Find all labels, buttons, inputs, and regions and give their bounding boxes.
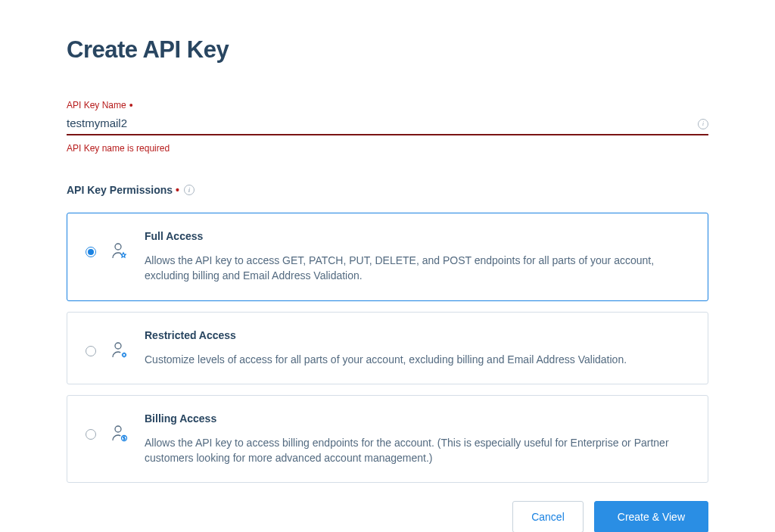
page-title: Create API Key xyxy=(67,36,708,64)
required-dot-icon: • xyxy=(176,185,179,195)
option-text: Restricted Access Customize levels of ac… xyxy=(145,329,689,367)
user-gear-icon xyxy=(111,341,129,359)
api-key-name-label: API Key Name • xyxy=(67,100,708,110)
svg-point-3 xyxy=(115,426,121,432)
api-key-name-field-group: API Key Name • i API Key name is require… xyxy=(67,100,708,154)
option-text: Billing Access Allows the API key to acc… xyxy=(145,412,689,466)
option-text: Full Access Allows the API key to access… xyxy=(145,230,689,284)
user-dollar-icon xyxy=(111,425,129,443)
user-star-icon xyxy=(111,242,129,260)
svg-point-1 xyxy=(115,343,121,349)
option-title: Full Access xyxy=(145,230,689,242)
radio-restricted-access[interactable] xyxy=(86,346,96,356)
svg-point-0 xyxy=(115,244,121,250)
permission-option-full-access[interactable]: Full Access Allows the API key to access… xyxy=(67,213,708,301)
option-title: Restricted Access xyxy=(145,329,689,341)
create-and-view-button[interactable]: Create & View xyxy=(594,501,708,532)
radio-billing-access[interactable] xyxy=(86,429,96,440)
permissions-label: API Key Permissions• i xyxy=(67,184,708,196)
option-description: Allows the API key to access billing end… xyxy=(145,435,689,466)
permission-option-billing-access[interactable]: Billing Access Allows the API key to acc… xyxy=(67,395,708,484)
api-key-name-input-wrap: i xyxy=(67,114,708,135)
info-icon[interactable]: i xyxy=(184,185,195,195)
api-key-name-input[interactable] xyxy=(67,114,698,134)
cancel-button[interactable]: Cancel xyxy=(512,501,584,532)
api-key-name-error: API Key name is required xyxy=(67,143,708,154)
radio-full-access[interactable] xyxy=(86,247,96,257)
info-icon[interactable]: i xyxy=(698,119,708,129)
svg-point-2 xyxy=(123,353,126,356)
permissions-label-text: API Key Permissions xyxy=(67,184,173,196)
permission-options: Full Access Allows the API key to access… xyxy=(67,213,708,483)
option-title: Billing Access xyxy=(145,412,689,425)
action-bar: Cancel Create & View xyxy=(67,501,708,532)
option-description: Customize levels of access for all parts… xyxy=(145,352,689,367)
required-dot-icon: • xyxy=(129,100,133,110)
create-api-key-page: Create API Key API Key Name • i API Key … xyxy=(0,0,775,532)
api-key-name-label-text: API Key Name xyxy=(67,100,126,110)
permission-option-restricted-access[interactable]: Restricted Access Customize levels of ac… xyxy=(67,312,708,384)
option-description: Allows the API key to access GET, PATCH,… xyxy=(145,253,689,284)
